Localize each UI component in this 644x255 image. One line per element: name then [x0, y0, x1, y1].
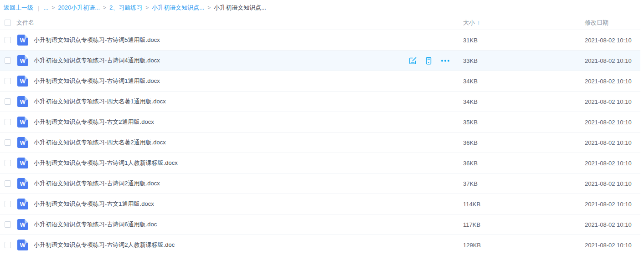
file-row[interactable]: W 小升初语文知识点专项练习-古诗词1通用版.docx 34KB 2021-08… — [0, 71, 640, 92]
file-modified: 2021-08-02 10:10 — [585, 180, 640, 187]
row-checkbox[interactable] — [5, 221, 11, 228]
word-file-icon: W — [17, 35, 28, 46]
word-file-icon: W — [17, 240, 28, 250]
file-row[interactable]: W 小升初语文知识点专项练习-古诗词6通用版.doc 117KB 2021-08… — [0, 214, 640, 235]
word-file-icon: W — [17, 158, 28, 168]
file-size: 37KB — [463, 180, 585, 187]
column-header-size-label: 大小 — [463, 19, 475, 27]
file-name[interactable]: 小升初语文知识点专项练习-古诗词6通用版.doc — [34, 220, 157, 229]
column-header-name[interactable]: 文件名 — [16, 19, 463, 27]
file-modified: 2021-08-02 10:10 — [585, 78, 640, 85]
breadcrumb-link[interactable]: 小升初语文知识点... — [152, 4, 204, 12]
file-name-cell: 小升初语文知识点专项练习-古诗词2通用版.docx — [34, 179, 463, 188]
breadcrumb-separator: > — [103, 5, 106, 11]
file-size: 114KB — [463, 201, 585, 208]
file-name[interactable]: 小升初语文知识点专项练习-四大名著2通用版.docx — [34, 138, 166, 147]
column-header-size[interactable]: 大小↑ — [463, 19, 585, 27]
select-all-checkbox[interactable] — [5, 20, 11, 26]
row-actions — [408, 56, 450, 65]
file-row[interactable]: W 小升初语文知识点专项练习-四大名著1通用版.docx 34KB 2021-0… — [0, 92, 640, 112]
table-header: 文件名 大小↑ 修改日期 — [0, 15, 640, 30]
file-row[interactable]: W 小升初语文知识点专项练习-古诗词4通用版.docx — [0, 51, 640, 71]
file-modified: 2021-08-02 10:10 — [585, 98, 640, 105]
mobile-icon[interactable] — [425, 56, 433, 65]
file-size: 33KB — [463, 57, 585, 64]
file-name-cell: 小升初语文知识点专项练习-古文1通用版.docx — [34, 200, 463, 208]
file-modified: 2021-08-02 10:10 — [585, 221, 640, 228]
word-icon-fold-corner — [25, 35, 28, 38]
breadcrumb-link[interactable]: 2020小升初语... — [58, 4, 100, 12]
file-name-cell: 小升初语文知识点专项练习-古诗词5通用版.docx — [34, 36, 463, 44]
word-icon-fold-corner — [25, 96, 28, 100]
word-file-icon: W — [17, 199, 28, 209]
row-checkbox[interactable] — [5, 242, 11, 248]
file-size: 35KB — [463, 119, 585, 126]
word-icon-fold-corner — [25, 219, 28, 223]
back-link[interactable]: 返回上一级 — [4, 4, 33, 12]
file-name[interactable]: 小升初语文知识点专项练习-古诗词5通用版.docx — [34, 36, 160, 44]
file-name[interactable]: 小升初语文知识点专项练习-古文2通用版.docx — [34, 118, 154, 126]
file-name[interactable]: 小升初语文知识点专项练习-古文1通用版.docx — [34, 200, 154, 208]
file-name-cell: 小升初语文知识点专项练习-四大名著2通用版.docx — [34, 138, 463, 147]
file-row[interactable]: W 小升初语文知识点专项练习-古诗词2人教新课标版.doc 129KB 2021… — [0, 235, 640, 255]
file-name-cell: 小升初语文知识点专项练习-古诗词4通用版.docx — [34, 56, 463, 65]
row-checkbox[interactable] — [5, 201, 11, 207]
row-checkbox[interactable] — [5, 160, 11, 166]
file-name[interactable]: 小升初语文知识点专项练习-古诗词1人教新课标版.docx — [34, 159, 178, 167]
file-row[interactable]: W 小升初语文知识点专项练习-四大名著2通用版.docx 36KB 2021-0… — [0, 133, 640, 153]
file-modified: 2021-08-02 10:10 — [585, 201, 640, 208]
word-icon-fold-corner — [25, 76, 28, 79]
row-checkbox[interactable] — [5, 180, 11, 187]
word-file-icon: W — [17, 219, 28, 230]
word-file-icon: W — [17, 117, 28, 128]
breadcrumb-separator: > — [145, 5, 149, 11]
breadcrumb-current: 小升初语文知识点... — [214, 4, 266, 12]
breadcrumb: 返回上一级 | ...>2020小升初语...>2、习题练习>小升初语文知识点.… — [0, 0, 644, 15]
column-header-modified[interactable]: 修改日期 — [585, 19, 640, 27]
file-modified: 2021-08-02 10:10 — [585, 57, 640, 64]
file-name[interactable]: 小升初语文知识点专项练习-古诗词2人教新课标版.doc — [34, 241, 175, 249]
file-modified: 2021-08-02 10:10 — [585, 160, 640, 167]
word-icon-fold-corner — [25, 55, 28, 59]
file-size: 34KB — [463, 98, 585, 105]
file-name-cell: 小升初语文知识点专项练习-四大名著1通用版.docx — [34, 97, 463, 106]
row-checkbox[interactable] — [5, 119, 11, 125]
word-file-icon: W — [17, 76, 28, 87]
file-size: 36KB — [463, 160, 585, 167]
row-checkbox[interactable] — [5, 139, 11, 146]
row-checkbox[interactable] — [5, 98, 11, 105]
file-name[interactable]: 小升初语文知识点专项练习-古诗词4通用版.docx — [34, 56, 160, 65]
breadcrumb-link[interactable]: ... — [43, 5, 48, 11]
file-row[interactable]: W 小升初语文知识点专项练习-古诗词1人教新课标版.docx 36KB 2021… — [0, 153, 640, 173]
file-modified: 2021-08-02 10:10 — [585, 139, 640, 146]
file-row[interactable]: W 小升初语文知识点专项练习-古诗词2通用版.docx 37KB 2021-08… — [0, 173, 640, 194]
file-row[interactable]: W 小升初语文知识点专项练习-古文2通用版.docx 35KB 2021-08-… — [0, 112, 640, 133]
file-name-cell: 小升初语文知识点专项练习-古文2通用版.docx — [34, 118, 463, 126]
file-size: 129KB — [463, 242, 585, 249]
file-row[interactable]: W 小升初语文知识点专项练习-古文1通用版.docx 114KB 2021-08… — [0, 194, 640, 214]
breadcrumb-pipe-divider: | — [38, 5, 39, 11]
word-file-icon: W — [17, 137, 28, 148]
file-size: 117KB — [463, 221, 585, 228]
file-name-cell: 小升初语文知识点专项练习-古诗词2人教新课标版.doc — [34, 241, 463, 249]
breadcrumb-separator: > — [207, 5, 211, 11]
file-size: 31KB — [463, 37, 585, 44]
edit-icon[interactable] — [408, 56, 417, 65]
breadcrumb-link[interactable]: 2、习题练习 — [109, 4, 142, 12]
sort-ascending-icon: ↑ — [477, 19, 480, 26]
row-checkbox[interactable] — [5, 37, 11, 43]
more-icon[interactable] — [440, 56, 450, 65]
file-name[interactable]: 小升初语文知识点专项练习-四大名著1通用版.docx — [34, 97, 166, 106]
row-checkbox[interactable] — [5, 57, 11, 64]
file-name[interactable]: 小升初语文知识点专项练习-古诗词2通用版.docx — [34, 179, 160, 188]
file-name-cell: 小升初语文知识点专项练习-古诗词1通用版.docx — [34, 77, 463, 85]
word-file-icon: W — [17, 55, 28, 66]
file-modified: 2021-08-02 10:10 — [585, 242, 640, 249]
file-list: W 小升初语文知识点专项练习-古诗词5通用版.docx 31KB 2021-08… — [0, 30, 640, 255]
file-row[interactable]: W 小升初语文知识点专项练习-古诗词5通用版.docx 31KB 2021-08… — [0, 30, 640, 51]
row-checkbox[interactable] — [5, 78, 11, 84]
word-icon-fold-corner — [25, 240, 28, 243]
file-modified: 2021-08-02 10:10 — [585, 119, 640, 126]
word-icon-fold-corner — [25, 199, 28, 202]
file-name[interactable]: 小升初语文知识点专项练习-古诗词1通用版.docx — [34, 77, 160, 85]
